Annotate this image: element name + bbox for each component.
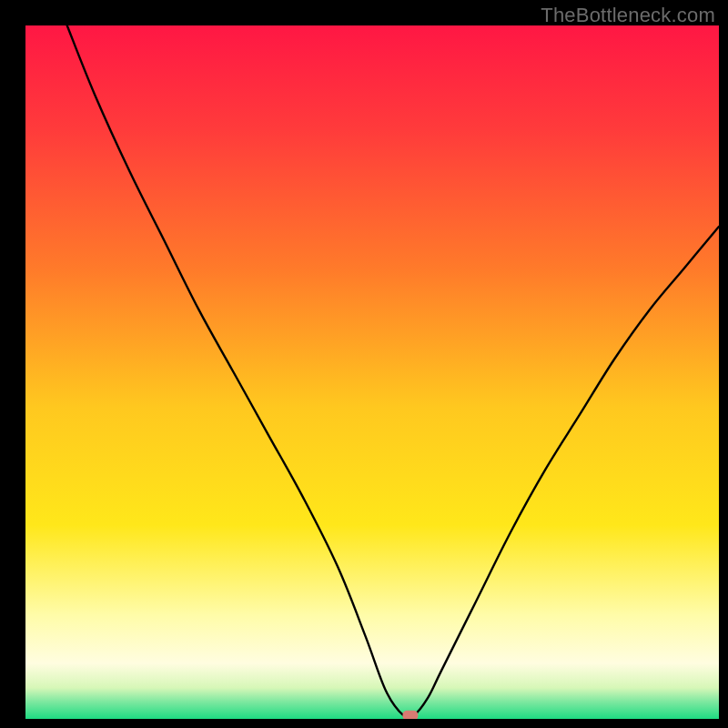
bottleneck-chart <box>25 25 719 719</box>
plot-area <box>25 25 719 719</box>
optimal-point-marker <box>402 711 418 719</box>
gradient-background <box>25 25 719 719</box>
watermark-text: TheBottleneck.com <box>541 4 715 27</box>
chart-frame: TheBottleneck.com <box>0 0 728 728</box>
